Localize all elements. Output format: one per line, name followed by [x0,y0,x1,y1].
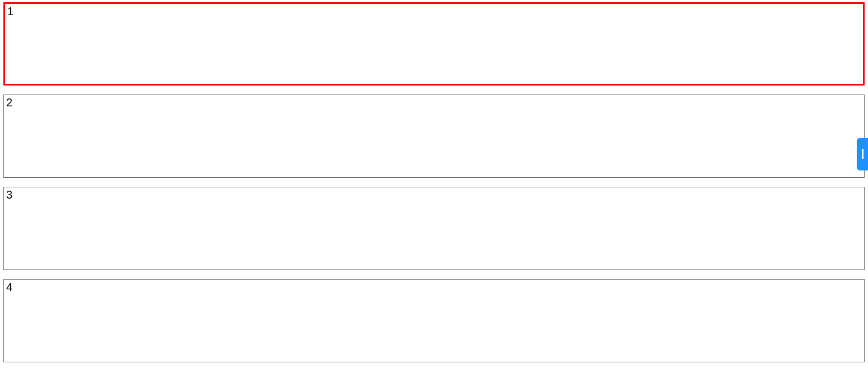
box-item-4[interactable]: 4 [3,279,865,362]
box-label: 4 [6,281,12,293]
box-label: 3 [6,188,12,201]
box-label: 2 [6,96,12,109]
box-item-2[interactable]: 2 [3,95,865,178]
box-item-3[interactable]: 3 [3,187,865,270]
box-container: 1 2 3 4 [0,0,868,373]
box-label: 1 [7,5,14,17]
drag-handle-icon [862,149,863,159]
box-item-1[interactable]: 1 [3,2,865,86]
side-panel-toggle[interactable] [857,138,868,170]
